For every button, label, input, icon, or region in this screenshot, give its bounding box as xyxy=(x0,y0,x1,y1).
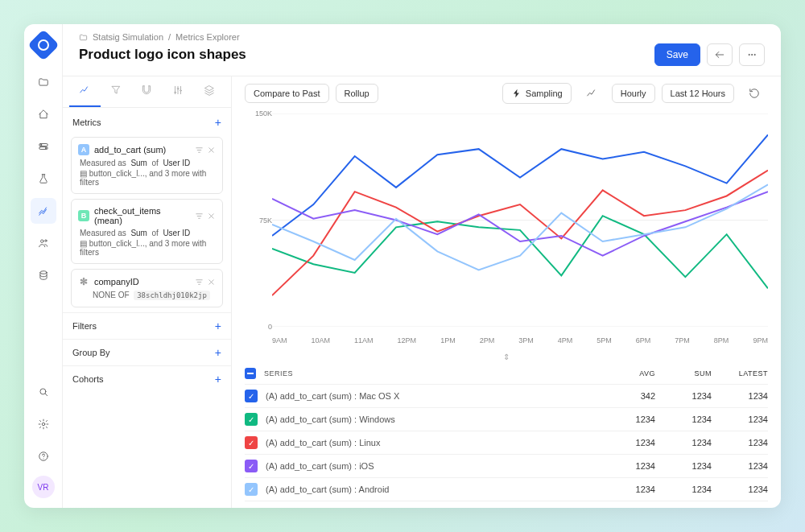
nav-users[interactable] xyxy=(31,230,56,256)
rollup-button[interactable]: Rollup xyxy=(336,84,378,103)
more-button[interactable] xyxy=(739,43,765,66)
svg-point-6 xyxy=(39,271,46,274)
tab-filter[interactable] xyxy=(101,76,132,107)
nav-switch[interactable] xyxy=(31,134,56,159)
section-cohorts: Cohorts+ xyxy=(63,365,231,392)
nav-settings[interactable] xyxy=(31,411,56,437)
metric-card-0[interactable]: A add_to_cart (sum) Measured as Sum of U… xyxy=(71,137,223,194)
refresh-icon xyxy=(749,88,760,99)
crumb-1[interactable]: Metrics Explorer xyxy=(175,32,239,42)
breadcrumb: Statsig Simulation / Metrics Explorer xyxy=(63,24,781,43)
folder-icon xyxy=(79,33,88,42)
metric-badge: B xyxy=(78,210,89,221)
svg-point-3 xyxy=(45,147,46,148)
svg-point-10 xyxy=(749,54,749,55)
svg-point-11 xyxy=(751,54,752,55)
chart-icon xyxy=(79,85,90,96)
close-icon[interactable] xyxy=(207,212,216,221)
user-avatar[interactable]: VR xyxy=(32,476,55,498)
svg-point-13 xyxy=(175,92,176,93)
series-checkbox[interactable]: ✓ xyxy=(245,436,258,449)
sliders-icon xyxy=(172,85,184,96)
nav-home[interactable] xyxy=(31,101,56,127)
series-checkbox[interactable]: ✓ xyxy=(245,390,258,402)
tab-bars[interactable] xyxy=(163,76,194,107)
chart-type-button[interactable] xyxy=(578,84,605,103)
back-button[interactable] xyxy=(707,43,733,66)
tab-retention[interactable] xyxy=(131,76,163,107)
nav-help[interactable] xyxy=(31,443,56,469)
metric-badge: A xyxy=(78,144,89,155)
nav-rail: VR xyxy=(24,24,63,508)
more-icon xyxy=(746,49,758,60)
app-logo xyxy=(27,29,60,61)
series-checkbox[interactable]: ✓ xyxy=(245,483,258,496)
close-icon[interactable] xyxy=(207,146,216,155)
close-icon[interactable] xyxy=(207,278,216,287)
arrow-back-icon xyxy=(714,49,725,60)
metric-card-2[interactable]: ✻ companyID NONE OF 38schldhj010k2jp xyxy=(71,269,223,307)
select-all-checkbox[interactable] xyxy=(245,368,256,379)
bolt-icon xyxy=(511,88,522,99)
sampling-button[interactable]: Sampling xyxy=(502,83,572,104)
time-range-button[interactable]: Last 12 Hours xyxy=(662,84,734,103)
titlebar: Product logo icon shapes Save xyxy=(63,43,781,76)
table-row[interactable]: ✓ (A) add_to_cart (sum) : iOS 1234123412… xyxy=(245,455,768,478)
nav-search[interactable] xyxy=(31,379,56,405)
app-window: VR Statsig Simulation / Metrics Explorer… xyxy=(24,24,781,508)
metrics-header: Metrics + xyxy=(63,108,231,137)
nav-database[interactable] xyxy=(31,262,56,288)
layers-icon xyxy=(204,85,215,96)
page-title: Product logo icon shapes xyxy=(79,47,246,63)
resize-handle[interactable]: ⇕ xyxy=(232,351,781,363)
main-area: Statsig Simulation / Metrics Explorer Pr… xyxy=(63,24,781,508)
chart-area: Compare to Past Rollup Sampling Hourly L… xyxy=(232,76,781,508)
config-panel: Metrics + A add_to_cart (sum) Measured a… xyxy=(63,76,232,508)
metric-card-1[interactable]: B check_out_items (mean) Measured as Sum… xyxy=(71,199,223,264)
chart-toolbar: Compare to Past Rollup Sampling Hourly L… xyxy=(232,76,781,110)
crumb-0[interactable]: Statsig Simulation xyxy=(93,32,163,42)
add-cohorts-button[interactable]: + xyxy=(215,373,221,386)
chart-canvas: 075K150K 9AM10AM11AM12PM1PM2PM3PM4PM5PM6… xyxy=(232,110,781,351)
filter-icon[interactable] xyxy=(195,278,204,287)
section-group-by: Group By+ xyxy=(63,339,231,365)
svg-point-8 xyxy=(42,423,45,426)
filter-icon[interactable] xyxy=(195,212,204,221)
config-tabs xyxy=(63,76,231,108)
compare-to-past-button[interactable]: Compare to Past xyxy=(245,84,329,103)
save-button[interactable]: Save xyxy=(654,43,700,66)
series-table: SERIES AVG SUM LATEST ✓ (A) add_to_cart … xyxy=(232,363,781,508)
table-row[interactable]: ✓ (A) add_to_cart (sum) : Android 123412… xyxy=(245,478,768,501)
section-filters: Filters+ xyxy=(63,312,231,339)
svg-point-4 xyxy=(40,240,43,243)
svg-point-12 xyxy=(754,54,755,55)
funnel-icon xyxy=(110,85,122,96)
filter-icon[interactable] xyxy=(195,146,204,155)
series-checkbox[interactable]: ✓ xyxy=(245,460,258,472)
nav-metrics[interactable] xyxy=(31,198,56,224)
table-row[interactable]: ✓ (A) add_to_cart (sum) : Windows 123412… xyxy=(245,408,768,431)
series-checkbox[interactable]: ✓ xyxy=(245,413,258,426)
granularity-button[interactable]: Hourly xyxy=(612,84,655,103)
tab-layers[interactable] xyxy=(193,76,225,107)
tab-chart[interactable] xyxy=(69,76,101,107)
magnet-icon xyxy=(141,85,152,96)
svg-point-7 xyxy=(39,389,45,394)
add-metric-button[interactable]: + xyxy=(215,116,221,129)
refresh-button[interactable] xyxy=(741,84,768,103)
svg-point-15 xyxy=(180,90,182,92)
nav-experiments[interactable] xyxy=(31,166,56,192)
line-icon xyxy=(586,88,597,99)
svg-point-2 xyxy=(40,144,41,145)
metric-badge: ✻ xyxy=(78,276,89,287)
table-row[interactable]: ✓ (A) add_to_cart (sum) : Linux 12341234… xyxy=(245,431,768,455)
svg-point-5 xyxy=(44,240,46,241)
table-row[interactable]: ✓ (A) add_to_cart (sum) : Mac OS X 34212… xyxy=(245,385,768,408)
svg-point-14 xyxy=(177,88,179,89)
add-filters-button[interactable]: + xyxy=(215,320,221,332)
nav-folder[interactable] xyxy=(31,69,56,95)
add-group by-button[interactable]: + xyxy=(215,346,221,359)
